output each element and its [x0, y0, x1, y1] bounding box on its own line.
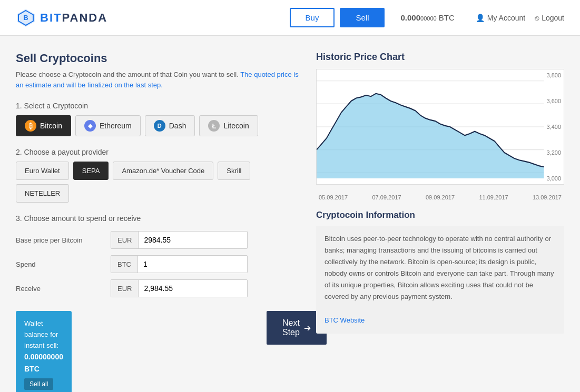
- dash-icon: D: [154, 120, 165, 132]
- coin-btn-eth[interactable]: ◆ Ethereum: [75, 115, 141, 136]
- amount-section-label: 3. Choose amount to spend or receive: [16, 214, 300, 223]
- logo-icon: B: [16, 8, 36, 28]
- receive-label: Receive: [16, 285, 111, 293]
- btc-amount: 0.000: [400, 13, 420, 22]
- receive-input-wrap: EUR: [111, 279, 248, 297]
- logout-link[interactable]: ⎋ Logout: [535, 14, 564, 22]
- header-account: 👤 My Account ⎋ Logout: [476, 14, 564, 22]
- crypto-info-title: Cryptocoin Information: [316, 210, 564, 220]
- sell-button[interactable]: Sell: [340, 8, 385, 27]
- base-price-row: Base price per Bitcoin EUR: [16, 231, 300, 249]
- provider-sepa[interactable]: SEPA: [73, 162, 109, 180]
- next-step-label: Next Step: [282, 318, 300, 337]
- page-title: Sell Cryptocoins: [16, 52, 300, 65]
- base-price-label: Base price per Bitcoin: [16, 236, 111, 244]
- price-chart-svg: [317, 69, 564, 184]
- arrow-icon: ➔: [304, 323, 311, 333]
- provider-selector: Euro Wallet SEPA Amazon.de* Voucher Code…: [16, 162, 300, 203]
- chart-y-labels: 3,800 3,600 3,400 3,200 3,000: [546, 69, 561, 184]
- provider-skrill[interactable]: Skrill: [218, 162, 250, 180]
- spend-input-wrap: BTC: [111, 255, 248, 273]
- main-content: Sell Cryptocoins Please choose a Cryptoc…: [0, 36, 580, 392]
- eth-label: Ethereum: [100, 122, 132, 130]
- receive-row: Receive EUR: [16, 279, 300, 297]
- base-price-currency: EUR: [111, 232, 139, 248]
- bottom-row: Wallet balance for instant sell: 0.00000…: [16, 304, 300, 392]
- user-icon: 👤: [476, 14, 485, 22]
- wallet-unit: BTC: [24, 365, 40, 373]
- header-nav: Buy Sell 0.00000000 BTC 👤 My Account ⎋ L…: [290, 8, 564, 27]
- btc-small: 00000: [420, 15, 437, 22]
- logout-label: Logout: [542, 14, 564, 22]
- coin-btn-dash[interactable]: D Dash: [145, 115, 195, 136]
- btc-unit: BTC: [439, 13, 455, 22]
- dash-label: Dash: [169, 122, 186, 130]
- btc-balance: 0.00000000 BTC: [400, 13, 454, 22]
- subtitle-normal: Please choose a Cryptocoin and the amoun…: [16, 71, 239, 78]
- right-panel: Historic Price Chart 3,800 3,600 3,400 3…: [316, 52, 564, 392]
- coin-selector: ₿ Bitcoin ◆ Ethereum D Dash Ł Litecoin: [16, 115, 300, 136]
- ltc-label: Litecoin: [223, 122, 249, 130]
- chart-x-labels: 05.09.2017 07.09.2017 09.09.2017 11.09.2…: [316, 194, 564, 200]
- page-subtitle: Please choose a Cryptocoin and the amoun…: [16, 69, 300, 90]
- wallet-balance-amount: 0.00000000BTC: [24, 353, 63, 373]
- chart-title: Historic Price Chart: [316, 52, 564, 63]
- chart-container: 3,800 3,600 3,400 3,200 3,000: [316, 69, 564, 185]
- my-account-link[interactable]: 👤 My Account: [476, 14, 525, 22]
- crypto-info-text: Bitcoin uses peer-to-peer technology to …: [325, 235, 554, 300]
- logout-icon: ⎋: [535, 14, 539, 22]
- btc-label: Bitcoin: [40, 122, 62, 130]
- btc-website-link[interactable]: BTC Website: [325, 316, 365, 324]
- crypto-info-box: Bitcoin uses peer-to-peer technology to …: [316, 226, 564, 334]
- logo: B BITPANDA: [16, 8, 107, 28]
- spend-row: Spend BTC: [16, 255, 300, 273]
- buy-button[interactable]: Buy: [290, 8, 335, 27]
- provider-label: 2. Choose a payout provider: [16, 148, 300, 156]
- provider-neteller[interactable]: NETELLER: [16, 184, 69, 203]
- coin-btn-ltc[interactable]: Ł Litecoin: [199, 115, 258, 136]
- spend-label: Spend: [16, 260, 111, 268]
- receive-currency: EUR: [111, 280, 139, 297]
- base-price-input-wrap: EUR: [111, 231, 248, 249]
- wallet-balance-text: Wallet balance for instant sell:: [24, 319, 58, 349]
- wallet-info: Wallet balance for instant sell: 0.00000…: [16, 311, 72, 392]
- eth-icon: ◆: [84, 120, 96, 132]
- ltc-icon: Ł: [208, 120, 220, 132]
- select-coin-label: 1. Select a Cryptocoin: [16, 102, 300, 110]
- left-panel: Sell Cryptocoins Please choose a Cryptoc…: [16, 52, 300, 392]
- provider-euro-wallet[interactable]: Euro Wallet: [16, 162, 69, 180]
- logo-text: BITPANDA: [40, 11, 107, 25]
- btc-icon: ₿: [25, 120, 36, 132]
- header: B BITPANDA Buy Sell 0.00000000 BTC 👤 My …: [0, 0, 580, 36]
- provider-amazon[interactable]: Amazon.de* Voucher Code: [113, 162, 213, 180]
- coin-btn-btc[interactable]: ₿ Bitcoin: [16, 115, 71, 136]
- sell-all-button[interactable]: Sell all: [24, 378, 53, 390]
- svg-text:B: B: [23, 14, 28, 22]
- receive-field[interactable]: [139, 280, 247, 297]
- wallet-amount-value: 0.00000000: [24, 353, 63, 361]
- base-price-field[interactable]: [139, 232, 247, 248]
- account-label: My Account: [487, 14, 525, 22]
- spend-currency: BTC: [111, 256, 138, 273]
- spend-field[interactable]: [138, 256, 247, 273]
